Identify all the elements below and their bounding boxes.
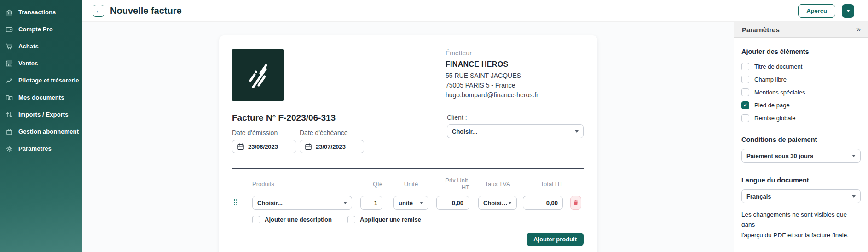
chevron-down-icon [343, 202, 347, 204]
invoice-dates-block: Facture N° F-2023/06-313 Date d'émission… [232, 113, 364, 153]
sidebar: Transactions Compte Pro Achats Ventes Pi… [0, 0, 82, 252]
sidebar-item-imports-exports[interactable]: Imports / Exports [0, 106, 82, 123]
main-area: Émetteur FINANCE HEROS 55 RUE SAINT JACQ… [82, 22, 734, 252]
header-produits: Produits [252, 181, 352, 188]
header-total-ht: Total HT [523, 181, 563, 188]
champ-libre-checkbox[interactable] [741, 76, 749, 83]
chart-icon [5, 76, 13, 85]
sidebar-item-parametres[interactable]: Paramètres [0, 140, 82, 157]
card-icon [5, 25, 13, 34]
due-date-input[interactable]: 23/07/2023 [300, 140, 364, 153]
sidebar-item-label: Gestion abonnement [18, 128, 79, 135]
sidebar-item-label: Transactions [18, 9, 56, 16]
element-option-row: Mentions spéciales [741, 88, 861, 96]
finalize-dropdown-button[interactable] [842, 4, 854, 18]
client-label: Client : [447, 114, 584, 121]
unit-price-input[interactable]: 0,00 [436, 196, 469, 210]
product-row: Choisir... 1 unité 0,00 [232, 196, 584, 210]
products-table-header: Produits Qté Unité Prix Unit. HT Taux TV… [232, 177, 584, 191]
qty-input[interactable]: 1 [360, 196, 382, 210]
sidebar-item-ventes[interactable]: Ventes [0, 55, 82, 72]
sidebar-item-mes-documents[interactable]: Mes documents [0, 89, 82, 106]
chevron-down-icon [575, 130, 579, 133]
page-title: Nouvelle facture [110, 6, 182, 16]
header-qte: Qté [360, 181, 382, 188]
calendar-icon [237, 143, 244, 150]
settings-note-line1: Les changements ne sont visibles que dan… [741, 211, 847, 228]
mentions-speciales-checkbox[interactable] [741, 88, 749, 96]
element-label: Remise globale [754, 115, 796, 122]
element-option-row: Champ libre [741, 76, 861, 83]
settings-note: Les changements ne sont visibles que dan… [741, 210, 861, 240]
chevron-down-icon [508, 202, 512, 204]
due-date-label: Date d'échéance [300, 129, 364, 136]
add-product-button[interactable]: Ajouter produit [527, 233, 584, 246]
issue-date-value: 23/06/2023 [248, 143, 278, 150]
pied-de-page-checkbox[interactable]: ✓ [741, 101, 749, 109]
client-select[interactable]: Choisir... [447, 124, 584, 138]
document-language-title: Langue du document [741, 176, 861, 184]
add-description-checkbox[interactable] [252, 216, 260, 223]
invoice-mid-row: Facture N° F-2023/06-313 Date d'émission… [232, 113, 584, 153]
collapse-panel-button[interactable]: » [849, 22, 868, 37]
sidebar-item-pilotage[interactable]: Pilotage et trésorerie [0, 72, 82, 89]
trash-cell [570, 196, 581, 210]
invoice-number: Facture N° F-2023/06-313 [232, 113, 364, 123]
sidebar-item-compte-pro[interactable]: Compte Pro [0, 21, 82, 38]
cart-icon [5, 42, 13, 51]
payment-terms-title: Conditions de paiement [741, 136, 861, 143]
document-language-section: Langue du document Français Les changeme… [741, 176, 861, 240]
company-logo [232, 49, 284, 101]
delete-row-button[interactable] [570, 196, 581, 210]
chevron-down-icon [852, 195, 856, 198]
invoice-card-top: Émetteur FINANCE HEROS 55 RUE SAINT JACQ… [232, 49, 584, 101]
app-root: Transactions Compte Pro Achats Ventes Pi… [0, 0, 868, 252]
vat-select[interactable]: Choisir... [478, 196, 517, 210]
remise-globale-checkbox[interactable] [741, 114, 749, 122]
sidebar-item-label: Pilotage et trésorerie [18, 77, 79, 84]
back-button[interactable]: ← [93, 5, 104, 17]
element-option-row: Titre de document [741, 63, 861, 70]
sidebar-item-gestion-abonnement[interactable]: Gestion abonnement [0, 123, 82, 140]
issue-date-group: Date d'émission 23/06/2023 [232, 129, 296, 153]
issue-date-input[interactable]: 23/06/2023 [232, 140, 296, 153]
sidebar-item-label: Achats [18, 43, 39, 50]
bank-icon [5, 8, 13, 17]
element-option-row: ✓ Pied de page [741, 101, 861, 109]
sidebar-item-achats[interactable]: Achats [0, 38, 82, 55]
sidebar-item-label: Ventes [18, 60, 38, 67]
element-label: Pied de page [754, 102, 790, 109]
header-unite: Unité [393, 181, 428, 188]
product-cell: Choisir... [252, 196, 352, 210]
product-select-value: Choisir... [257, 199, 283, 206]
payment-terms-value: Paiement sous 30 jours [746, 152, 813, 159]
total-input[interactable]: 0,00 [523, 196, 563, 210]
sidebar-item-transactions[interactable]: Transactions [0, 4, 82, 21]
titre-de-document-checkbox[interactable] [741, 63, 749, 70]
text-cursor [464, 199, 464, 206]
sidebar-item-label: Compte Pro [18, 26, 53, 33]
document-language-value: Français [746, 193, 771, 200]
table-top-rule [232, 168, 584, 169]
settings-note-line2: l'aperçu du PDF et sur la facture finale… [741, 232, 849, 239]
unit-select[interactable]: unité [393, 196, 428, 210]
emitter-address-line2: 75005 PARIS 5 - France [446, 82, 584, 89]
product-select[interactable]: Choisir... [252, 196, 352, 210]
logo-slashes-icon [239, 57, 276, 94]
drag-handle-icon[interactable] [234, 199, 238, 206]
sidebar-item-label: Imports / Exports [18, 111, 69, 118]
finalize-split-button: Finaliser [842, 4, 854, 18]
row-handle-cell [232, 199, 252, 206]
client-select-value: Choisir... [452, 128, 477, 135]
double-chevron-right-icon: » [856, 25, 861, 34]
emitter-block: Émetteur FINANCE HEROS 55 RUE SAINT JACQ… [446, 49, 584, 101]
preview-button[interactable]: Aperçu [798, 4, 835, 18]
unit-price-value: 0,00 [452, 199, 463, 206]
settings-panel-header: Paramètres » [734, 22, 868, 38]
apply-discount-checkbox[interactable] [347, 216, 355, 223]
emitter-email: hugo.bompard@finance-heros.fr [446, 91, 584, 99]
payment-terms-select[interactable]: Paiement sous 30 jours [741, 149, 861, 163]
document-language-select[interactable]: Français [741, 189, 861, 203]
vat-select-value: Choisir... [483, 199, 508, 206]
qty-cell: 1 [360, 196, 382, 210]
